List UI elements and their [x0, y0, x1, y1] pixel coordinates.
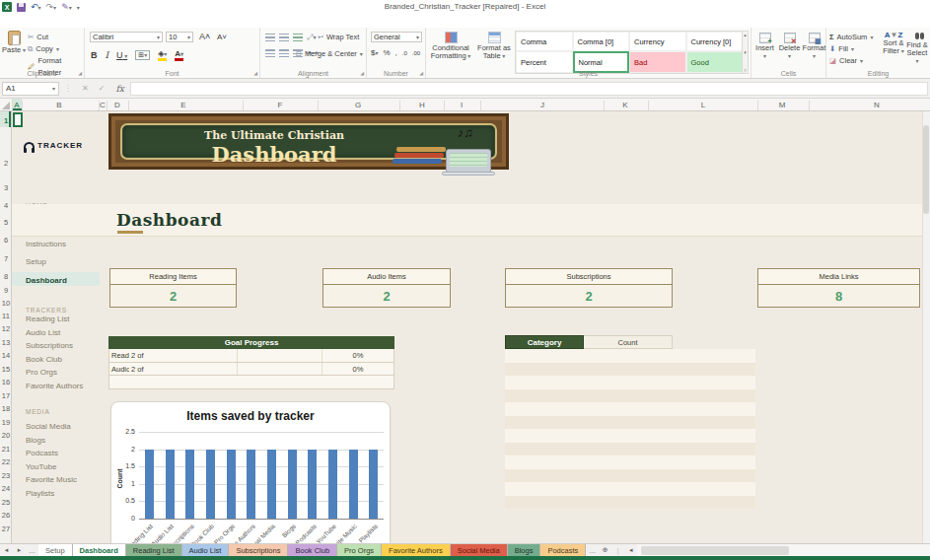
number-format-select[interactable]: General▾ [371, 32, 422, 42]
sidebar-item-audio-list[interactable]: Audio List [26, 328, 60, 337]
new-sheet-button[interactable]: ⊕ [599, 544, 611, 556]
cut-button[interactable]: ✂Cut [28, 32, 84, 43]
align-middle-icon[interactable] [279, 34, 289, 41]
horizontal-scrollbar[interactable] [637, 544, 930, 556]
column-header-b[interactable]: B [56, 101, 61, 109]
selected-cell-a1[interactable] [13, 112, 23, 127]
row-header-14[interactable]: 14 [0, 351, 12, 360]
conditional-formatting-button[interactable]: Conditional Formatting ▾ [428, 32, 473, 60]
font-dialog-launcher[interactable]: ◢ [253, 70, 257, 76]
column-header-d[interactable]: D [114, 101, 120, 109]
row-header-9[interactable]: 9 [0, 286, 12, 295]
row-header-27[interactable]: 27 [0, 525, 12, 533]
sidebar-item-social-media[interactable]: Social Media [26, 422, 71, 431]
sidebar-item-favorite-authors[interactable]: Favorite Authors [26, 382, 83, 390]
column-header-g[interactable]: G [355, 101, 361, 109]
insert-cells-button[interactable]: + Insert▾ [752, 33, 777, 60]
select-all-corner[interactable] [2, 102, 10, 109]
sheet-more-left[interactable]: … [26, 544, 38, 556]
sheet-tab-subscriptions[interactable]: Subscriptions [229, 544, 288, 556]
sidebar-item-setup[interactable]: Setup [26, 257, 46, 266]
align-left-icon[interactable] [265, 49, 275, 57]
italic-button[interactable]: I [106, 50, 109, 60]
row-header-13[interactable]: 13 [0, 338, 12, 347]
column-header-e[interactable]: E [180, 101, 185, 109]
sidebar-item-subscriptions[interactable]: Subscriptions [26, 341, 73, 350]
copy-button[interactable]: ⧉Copy▾ [28, 43, 84, 55]
align-bottom-icon[interactable] [293, 34, 303, 41]
font-name-select[interactable]: Calibri▾ [90, 32, 163, 42]
column-header-h[interactable]: H [419, 101, 425, 109]
row-header-21[interactable]: 21 [0, 445, 12, 454]
align-top-icon[interactable] [265, 34, 275, 41]
underline-button[interactable]: U ▾ [116, 50, 127, 60]
decrease-decimal-button[interactable]: .00 [412, 48, 420, 57]
row-header-17[interactable]: 17 [0, 391, 12, 400]
sheet-nav-left-icon[interactable]: ◂ [0, 544, 13, 556]
sort-filter-button[interactable]: A▼Z Sort & Filter ▾ [882, 32, 905, 55]
comma-style-button[interactable]: , [395, 48, 397, 57]
row-header-12[interactable]: 12 [0, 324, 12, 333]
bold-button[interactable]: B [91, 50, 98, 60]
column-header-n[interactable]: N [874, 101, 880, 109]
sheet-tab-dashboard[interactable]: Dashboard [73, 544, 126, 556]
sheet-tab-reading-list[interactable]: Reading List [126, 544, 182, 556]
row-header-10[interactable]: 10 [0, 299, 12, 308]
cancel-formula-button[interactable]: ✕ [77, 84, 94, 93]
row-header-2[interactable]: 2 [0, 159, 12, 168]
sidebar-item-pro-orgs[interactable]: Pro Orgs [26, 368, 57, 377]
clear-button[interactable]: ◪Clear▾ [829, 55, 873, 67]
sheet-tab-podcasts[interactable]: Podcasts [540, 544, 586, 556]
row-header-25[interactable]: 25 [0, 498, 12, 507]
formula-input[interactable] [130, 82, 928, 96]
column-header-c[interactable]: C [100, 101, 106, 109]
row-header-3[interactable]: 3 [0, 183, 12, 192]
row-header-5[interactable]: 5 [0, 218, 12, 227]
sheet-tab-favorite-authors[interactable]: Favorite Authors [382, 544, 451, 556]
delete-cells-button[interactable]: ✕ Delete▾ [777, 33, 802, 60]
row-header-6[interactable]: 6 [0, 236, 12, 245]
sheet-tab-social-media[interactable]: Social Media [451, 544, 508, 556]
cell-style-comma-0-[interactable]: Comma [0] [573, 32, 630, 51]
gallery-scroll-buttons[interactable]: ▴▾▿ [742, 31, 749, 74]
fill-button[interactable]: ⬇Fill▾ [829, 43, 873, 55]
wrap-text-button[interactable]: ↩ Wrap Text [318, 33, 359, 41]
number-dialog-launcher[interactable]: ◢ [419, 70, 423, 76]
column-header-a[interactable]: A [14, 101, 19, 109]
fill-color-button[interactable]: ◈▾ [158, 49, 167, 61]
cell-style-currency-0-[interactable]: Currency [0] [686, 32, 744, 51]
row-header-7[interactable]: 7 [0, 254, 12, 263]
row-header-23[interactable]: 23 [0, 471, 12, 480]
column-header-k[interactable]: K [622, 101, 627, 109]
find-select-button[interactable]: Find & Select ▾ [905, 32, 929, 65]
row-header-18[interactable]: 18 [0, 404, 12, 413]
sheet-tab-blogs[interactable]: Blogs [508, 544, 541, 556]
shrink-font-button[interactable]: A˅ [217, 33, 227, 41]
row-header-22[interactable]: 22 [0, 457, 12, 466]
increase-decimal-button[interactable]: .0 [402, 48, 407, 57]
name-box[interactable]: A1▾ [2, 82, 59, 96]
font-color-button[interactable]: A▾ [175, 49, 183, 61]
font-size-select[interactable]: 10▾ [166, 32, 193, 42]
column-header-j[interactable]: J [540, 101, 544, 109]
row-header-20[interactable]: 20 [0, 431, 12, 440]
orientation-icon[interactable]: ⤢▾ [307, 33, 316, 42]
items-chart[interactable]: Items saved by tracker Count 00.511.522.… [110, 401, 391, 543]
sidebar-item-book-club[interactable]: Book Club [26, 355, 62, 364]
column-header-i[interactable]: I [461, 101, 463, 109]
sheet-tab-audio-list[interactable]: Audio List [182, 544, 230, 556]
sheet-more-right[interactable]: … [586, 544, 599, 556]
sidebar-item-favorite-music[interactable]: Favorite Music [26, 475, 77, 484]
enter-formula-button[interactable]: ✓ [94, 84, 110, 93]
cell-style-comma[interactable]: Comma [516, 32, 573, 51]
sheet-tab-book-club[interactable]: Book Club [288, 544, 337, 556]
align-center-icon[interactable] [279, 49, 289, 57]
vertical-scrollbar[interactable] [922, 111, 930, 543]
row-header-26[interactable]: 26 [0, 511, 12, 520]
row-header-1[interactable]: 1 [0, 116, 12, 125]
sidebar-item-youtube[interactable]: YouTube [26, 462, 56, 471]
autosum-button[interactable]: ΣAutoSum▾ [829, 32, 873, 43]
row-header-19[interactable]: 19 [0, 418, 12, 427]
borders-button[interactable]: ⊞▾ [135, 50, 150, 60]
row-header-4[interactable]: 4 [0, 201, 12, 210]
